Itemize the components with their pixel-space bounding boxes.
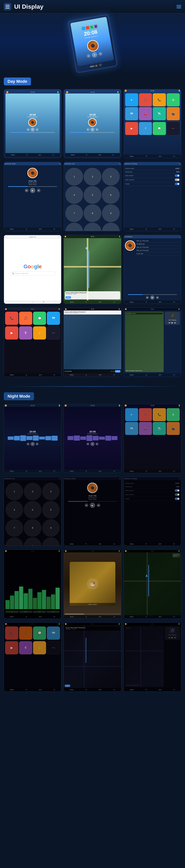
play-btn-hero[interactable]: ⏸ [91,52,98,58]
night-prev-1[interactable]: ⏮ [27,442,30,445]
app-music[interactable]: 🎵 [139,93,152,106]
app-msg[interactable]: 💬 [153,122,166,135]
prev-2[interactable]: ⏮ [86,128,89,131]
night-dial-9[interactable]: 9 [42,519,60,537]
local-music-controls[interactable]: ⏮ ▶ ⏭ [124,293,181,300]
night-go-btn[interactable]: GO [65,684,70,687]
bt-prev[interactable]: ⏮ [25,189,28,192]
controls-1[interactable]: ⏮ ⏸ ⏭ [27,127,39,132]
bt-power-toggle[interactable] [175,183,180,185]
carplay-more[interactable]: ⋯ [47,327,60,340]
night-bt-next[interactable]: ⏭ [97,503,100,507]
menu-icon[interactable] [4,3,11,10]
play-1[interactable]: ⏸ [31,127,35,132]
night-carplay-spotify[interactable]: ♪ [33,641,46,654]
music-file-4[interactable]: 华乐_03_TITLE.mp3 [136,249,180,252]
eq-btn-4[interactable]: TRE [47,611,60,613]
night-app-6[interactable]: 🚗 [139,422,152,435]
night-power-toggle[interactable] [175,498,180,500]
night-carplay-msg[interactable]: 💬 [33,626,46,640]
night-np-next[interactable]: ⏭ [174,637,176,639]
night-dial-4[interactable]: 4 [5,501,23,519]
night-app-1[interactable]: ✈ [125,408,138,421]
google-search-bar[interactable]: 🔍 Search or type URL [10,272,55,276]
night-auto-connect-toggle[interactable] [175,493,180,496]
night-dial-hash[interactable]: # [42,537,60,546]
app-phone[interactable]: 📞 [153,93,166,106]
night-dial-6[interactable]: 6 [42,501,60,519]
app-extra[interactable]: 🎬 [167,107,180,120]
night-play-2[interactable]: ⏸ [90,442,95,446]
bt-next[interactable]: ⏭ [37,189,41,192]
app-waze[interactable]: 🚗 [139,107,152,120]
nav-lines[interactable] [177,5,181,8]
music-controls-hero[interactable]: ⏮ ⏸ ⏭ [86,51,103,59]
carplay-phone[interactable]: 📞 [5,312,18,325]
app-yt[interactable]: ▶ [125,122,138,135]
night-dial-7[interactable]: 7 [5,519,23,537]
night-bt-play[interactable]: ▶ [90,503,95,508]
night-dial-star[interactable]: * [5,537,23,546]
dial-hash[interactable]: # [102,223,120,231]
night-dial-5[interactable]: 5 [24,501,42,519]
dial-1[interactable]: 1 [65,168,83,186]
carplay-maps[interactable]: 🗺 [47,312,60,325]
music-file-2[interactable]: 学习辅导.mp3 [136,243,180,246]
dial-4[interactable]: 4 [65,186,83,204]
app-more[interactable]: ⋯ [167,122,180,135]
night-carplay-yt[interactable]: ▶ [5,641,18,654]
night-dial-8[interactable]: 8 [24,519,42,537]
night-carplay-phone[interactable]: 📞 [5,626,18,640]
eq-btn-3[interactable]: MID [33,611,46,613]
music-file-5[interactable]: 乐_B1.mp3 [136,252,180,255]
night-app-7[interactable]: 📡 [153,422,166,435]
prev-btn-hero[interactable]: ⏮ [86,54,90,58]
dial-8[interactable]: 8 [84,205,101,222]
carplay-spotify[interactable]: ♪ [33,327,46,340]
night-app-8[interactable]: 🎬 [167,422,180,435]
google-menu[interactable]: ⋮ [54,301,55,303]
carplay-podcast[interactable]: 🎙 [19,327,32,340]
eq-btn-1[interactable]: EQ [5,611,19,613]
app-bt[interactable]: 📡 [153,107,166,120]
night-auto-answer-toggle[interactable] [175,489,180,492]
local-controls[interactable]: ⏮ ▶ ⏭ [125,296,180,300]
bt-play[interactable]: ▶ [30,188,35,193]
app-settings[interactable]: ⚙ [167,93,180,106]
google-tabs[interactable]: ⧉ [43,301,44,303]
app-telegram[interactable]: ✈ [125,93,138,106]
night-app-5[interactable]: 🗺 [125,422,138,435]
np-prev[interactable]: ⏮ [168,322,170,324]
dial-2[interactable]: 2 [84,168,101,186]
night-next-1[interactable]: ⏭ [36,442,39,445]
bt-controls[interactable]: ⏮ ▶ ⏭ [25,188,41,193]
nav-go-btn[interactable]: GO [115,370,120,373]
night-controls-2[interactable]: ⏮ ⏸ ⏭ [86,442,99,446]
night-next-2[interactable]: ⏭ [96,442,99,445]
play-2[interactable]: ⏸ [90,127,95,132]
night-app-3[interactable]: 📞 [153,408,166,421]
night-dial-0[interactable]: 0 [24,537,42,546]
prev-1[interactable]: ⏮ [27,128,30,131]
night-controls-1[interactable]: ⏮ ⏸ ⏭ [27,442,39,446]
night-np-play[interactable]: ▶ [171,637,173,639]
controls-2[interactable]: ⏮ ⏸ ⏭ [86,127,99,132]
video-controls[interactable] [65,614,120,614]
next-1[interactable]: ⏭ [36,128,39,131]
np-next[interactable]: ⏭ [174,322,176,324]
app-maps[interactable]: 🗺 [125,107,138,120]
night-carplay-more[interactable]: ⋯ [47,641,60,654]
dial-6[interactable]: 6 [102,186,120,204]
google-home[interactable]: ⌂ [32,301,33,303]
night-dial-2[interactable]: 2 [24,483,42,500]
night-dial-3[interactable]: 3 [42,483,60,500]
browser-url[interactable]: google.com [7,236,58,238]
carplay-messages[interactable]: 💬 [33,312,46,325]
night-carplay-maps[interactable]: 🗺 [47,626,60,640]
np-play[interactable]: ▶ [171,322,173,324]
local-play[interactable]: ▶ [150,296,154,300]
night-np-prev[interactable]: ⏮ [168,637,170,639]
night-bt-prev[interactable]: ⏮ [85,503,88,507]
carplay-music[interactable]: 🎵 [19,312,32,325]
eq-btn-2[interactable]: BASS [19,611,32,613]
